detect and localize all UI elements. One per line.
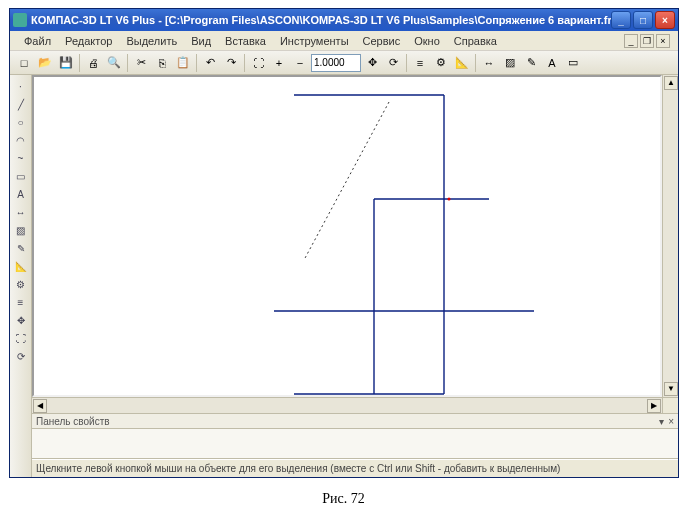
menu-window[interactable]: Окно <box>408 33 446 49</box>
zoom-in-button[interactable]: + <box>269 53 289 73</box>
close-button[interactable]: × <box>655 11 675 29</box>
tb-extra-7[interactable]: A <box>542 53 562 73</box>
pan-button[interactable]: ✥ <box>362 53 382 73</box>
print-button[interactable]: 🖨 <box>83 53 103 73</box>
copy-button[interactable]: ⎘ <box>152 53 172 73</box>
paste-icon: 📋 <box>176 56 190 69</box>
scroll-left-button[interactable]: ◀ <box>33 399 47 413</box>
tb-extra-4[interactable]: ↔ <box>479 53 499 73</box>
properties-panel-body <box>32 429 678 459</box>
mdi-close-button[interactable]: × <box>656 34 670 48</box>
panel-pin-button[interactable]: ▾ <box>659 416 664 427</box>
statusbar: Щелкните левой кнопкой мыши на объекте д… <box>32 459 678 477</box>
palette-zoomfit-button[interactable]: ⛶ <box>11 329 31 347</box>
text-icon: A <box>548 57 555 69</box>
hscroll-row: ◀ ▶ <box>32 397 678 413</box>
tb-extra-2[interactable]: ⚙ <box>431 53 451 73</box>
zoom-in-icon: + <box>276 57 282 69</box>
toolbar-separator <box>196 54 197 72</box>
menu-insert[interactable]: Вставка <box>219 33 272 49</box>
palette-measure-button[interactable]: 📐 <box>11 257 31 275</box>
rect-icon: ▭ <box>568 56 578 69</box>
scroll-corner <box>662 398 678 414</box>
menu-help[interactable]: Справка <box>448 33 503 49</box>
svg-line-6 <box>304 102 389 260</box>
menubar: Файл Редактор Выделить Вид Вставка Инстр… <box>10 31 678 51</box>
window-controls: _ □ × <box>611 11 675 29</box>
palette-point-button[interactable]: · <box>11 77 31 95</box>
palette-param-button[interactable]: ⚙ <box>11 275 31 293</box>
dim-icon: ↔ <box>484 57 495 69</box>
palette-text-button[interactable]: A <box>11 185 31 203</box>
drawing-canvas[interactable] <box>32 75 662 397</box>
zoom-fit-button[interactable]: ⛶ <box>248 53 268 73</box>
menu-tools[interactable]: Инструменты <box>274 33 355 49</box>
app-icon <box>13 13 27 27</box>
horizontal-scrollbar[interactable]: ◀ ▶ <box>32 398 662 413</box>
new-button[interactable]: □ <box>14 53 34 73</box>
palette-dim-button[interactable]: ↔ <box>11 203 31 221</box>
scroll-right-button[interactable]: ▶ <box>647 399 661 413</box>
palette-pan-button[interactable]: ✥ <box>11 311 31 329</box>
maximize-button[interactable]: □ <box>633 11 653 29</box>
toolbar-separator <box>475 54 476 72</box>
print-icon: 🖨 <box>88 57 99 69</box>
palette-circle-button[interactable]: ○ <box>11 113 31 131</box>
menu-service[interactable]: Сервис <box>357 33 407 49</box>
paste-button[interactable]: 📋 <box>173 53 193 73</box>
minimize-button[interactable]: _ <box>611 11 631 29</box>
palette-hatch-button[interactable]: ▨ <box>11 221 31 239</box>
panel-close-button[interactable]: × <box>668 416 674 427</box>
zoom-out-button[interactable]: − <box>290 53 310 73</box>
tb-extra-1[interactable]: ≡ <box>410 53 430 73</box>
canvas-area: ▲ ▼ <box>32 75 678 397</box>
toolbar-separator <box>127 54 128 72</box>
content-area: · ╱ ○ ◠ ~ ▭ A ↔ ▨ ✎ 📐 ⚙ ≡ ✥ ⛶ ⟳ <box>10 75 678 477</box>
param-icon: ⚙ <box>436 56 446 69</box>
palette-refresh-button[interactable]: ⟳ <box>11 347 31 365</box>
open-button[interactable]: 📂 <box>35 53 55 73</box>
palette-layers-button[interactable]: ≡ <box>11 293 31 311</box>
scroll-up-button[interactable]: ▲ <box>664 76 678 90</box>
palette-spline-button[interactable]: ~ <box>11 149 31 167</box>
tb-extra-5[interactable]: ▨ <box>500 53 520 73</box>
undo-button[interactable]: ↶ <box>200 53 220 73</box>
refresh-button[interactable]: ⟳ <box>383 53 403 73</box>
mdi-minimize-button[interactable]: _ <box>624 34 638 48</box>
cut-button[interactable]: ✂ <box>131 53 151 73</box>
toolbar-separator <box>406 54 407 72</box>
figure-caption: Рис. 72 <box>0 491 687 507</box>
zoom-input[interactable] <box>311 54 361 72</box>
save-button[interactable]: 💾 <box>56 53 76 73</box>
canvas-frame: ▲ ▼ ◀ ▶ Панель свойств ▾ × <box>32 75 678 477</box>
measure-icon: 📐 <box>455 56 469 69</box>
palette-line-button[interactable]: ╱ <box>11 95 31 113</box>
scroll-down-button[interactable]: ▼ <box>664 382 678 396</box>
redo-button[interactable]: ↷ <box>221 53 241 73</box>
svg-point-7 <box>448 198 451 201</box>
preview-button[interactable]: 🔍 <box>104 53 124 73</box>
zoom-out-icon: − <box>297 57 303 69</box>
copy-icon: ⎘ <box>159 57 166 69</box>
titlebar: КОМПАС-3D LT V6 Plus - [C:\Program Files… <box>10 9 678 31</box>
toolbar-separator <box>79 54 80 72</box>
menu-select[interactable]: Выделить <box>120 33 183 49</box>
edit-icon: ✎ <box>527 56 536 69</box>
hatch-icon: ▨ <box>505 56 515 69</box>
menu-editor[interactable]: Редактор <box>59 33 118 49</box>
properties-panel-header: Панель свойств ▾ × <box>32 413 678 429</box>
palette-edit-button[interactable]: ✎ <box>11 239 31 257</box>
open-icon: 📂 <box>38 56 52 69</box>
tb-extra-8[interactable]: ▭ <box>563 53 583 73</box>
toolbar-separator <box>244 54 245 72</box>
main-toolbar: □ 📂 💾 🖨 🔍 ✂ ⎘ 📋 ↶ ↷ ⛶ + − ✥ ⟳ ≡ ⚙ 📐 ↔ <box>10 51 678 75</box>
new-icon: □ <box>21 57 28 69</box>
vertical-scrollbar[interactable]: ▲ ▼ <box>662 75 678 397</box>
menu-file[interactable]: Файл <box>18 33 57 49</box>
tb-extra-6[interactable]: ✎ <box>521 53 541 73</box>
mdi-restore-button[interactable]: ❐ <box>640 34 654 48</box>
menu-view[interactable]: Вид <box>185 33 217 49</box>
tb-extra-3[interactable]: 📐 <box>452 53 472 73</box>
palette-rect-button[interactable]: ▭ <box>11 167 31 185</box>
palette-arc-button[interactable]: ◠ <box>11 131 31 149</box>
